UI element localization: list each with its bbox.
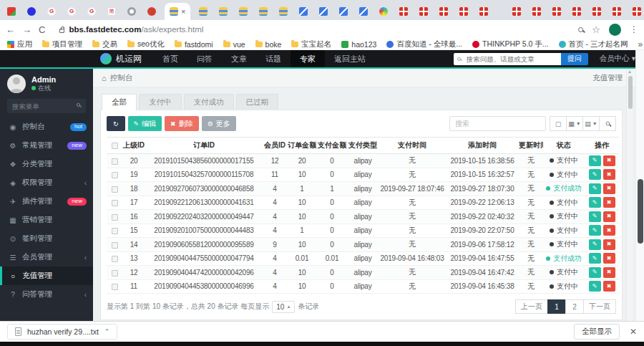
sidebar-item[interactable]: ▦营销管理: [0, 211, 93, 229]
column-header[interactable]: 会员ID: [263, 138, 287, 154]
edit-button[interactable]: ✎编辑: [128, 116, 162, 131]
bookmarks-overflow-icon[interactable]: »: [638, 39, 643, 49]
scroll-up-arrow[interactable]: ▲: [627, 69, 633, 75]
row-checkbox[interactable]: [112, 172, 118, 178]
bookmark-item[interactable]: 交易: [92, 39, 117, 49]
column-header[interactable]: 订单ID: [145, 138, 263, 154]
chevron-up-icon[interactable]: ⌃: [104, 328, 110, 335]
sidebar-item[interactable]: ?问答管理‹: [0, 285, 93, 304]
bookmark-item[interactable]: THINKPHP 5.0 手...: [472, 39, 549, 49]
row-delete-button[interactable]: ✖: [603, 183, 615, 194]
filter-tab[interactable]: 支付中: [139, 94, 182, 110]
column-header[interactable]: 操作: [585, 138, 619, 154]
table-search-input[interactable]: [449, 116, 546, 131]
page-button[interactable]: 下一页: [583, 299, 616, 314]
download-item[interactable]: huzhan verify 29....txt ⌃: [7, 324, 117, 340]
bookmark-item[interactable]: 百度知道 - 全球最...: [386, 39, 462, 49]
filter-tab[interactable]: 全部: [102, 94, 137, 110]
page-button[interactable]: 上一页: [515, 299, 548, 314]
row-checkbox[interactable]: [112, 158, 118, 165]
browser-tab[interactable]: [24, 3, 39, 20]
row-checkbox[interactable]: [112, 284, 118, 290]
column-header[interactable]: 状态: [543, 138, 585, 154]
sidebar-item[interactable]: ⊙签到管理: [0, 229, 93, 248]
row-delete-button[interactable]: ✖: [603, 155, 615, 166]
export-button[interactable]: ▤▼: [582, 116, 600, 131]
browser-tab[interactable]: [610, 3, 624, 20]
bookmark-item[interactable]: 项目管理: [42, 39, 82, 49]
browser-tab[interactable]: [550, 3, 564, 20]
row-checkbox[interactable]: [112, 256, 118, 262]
browser-tab[interactable]: ×: [165, 3, 190, 20]
browser-tab[interactable]: [396, 3, 411, 20]
row-delete-button[interactable]: ✖: [603, 239, 615, 250]
browser-tab[interactable]: [457, 3, 471, 20]
browser-tab[interactable]: 简: [104, 3, 119, 20]
admin-avatar[interactable]: [7, 75, 26, 93]
browser-tab[interactable]: [356, 3, 371, 20]
column-header[interactable]: 上级ID: [122, 138, 145, 154]
browser-tab[interactable]: [376, 3, 391, 20]
row-edit-button[interactable]: ✎: [589, 169, 601, 180]
row-edit-button[interactable]: ✎: [589, 197, 601, 208]
site-logo[interactable]: 机运网: [100, 53, 142, 65]
bookmark-item[interactable]: 宝宝起名: [291, 39, 331, 49]
member-center-menu[interactable]: 会员中心 ▾: [600, 54, 635, 64]
browser-tab[interactable]: [125, 3, 139, 20]
page-button[interactable]: 2: [565, 299, 584, 314]
browser-tab[interactable]: [196, 3, 210, 20]
refresh-table-button[interactable]: ↻: [107, 116, 125, 131]
row-delete-button[interactable]: ✖: [603, 225, 615, 236]
nav-item[interactable]: 文章: [222, 50, 256, 67]
nav-item[interactable]: 首页: [153, 50, 187, 67]
row-edit-button[interactable]: ✎: [589, 281, 601, 292]
refresh-button[interactable]: C: [39, 24, 45, 35]
row-edit-button[interactable]: ✎: [589, 225, 601, 236]
row-edit-button[interactable]: ✎: [589, 155, 601, 166]
browser-tab[interactable]: G: [84, 3, 99, 20]
browser-tab[interactable]: [336, 3, 351, 20]
browser-menu-icon[interactable]: ⋮: [630, 24, 638, 34]
sidebar-item[interactable]: ✈插件管理new: [0, 192, 93, 211]
browser-tab[interactable]: G: [44, 3, 59, 20]
browser-tab[interactable]: [590, 3, 604, 20]
sidebar-search-input[interactable]: [7, 99, 86, 113]
bookmark-item[interactable]: hao123: [341, 40, 376, 49]
ask-question-button[interactable]: 提问: [561, 53, 588, 65]
sidebar-item[interactable]: ❖分类管理: [0, 155, 93, 173]
forward-button[interactable]: →: [22, 24, 31, 35]
row-delete-button[interactable]: ✖: [603, 211, 615, 222]
row-delete-button[interactable]: ✖: [603, 169, 615, 180]
sidebar-item[interactable]: ⚙常规管理new: [0, 136, 93, 155]
browser-tab[interactable]: [436, 3, 451, 20]
column-header[interactable]: 支付类型: [347, 138, 379, 154]
row-checkbox[interactable]: [112, 270, 118, 277]
row-checkbox[interactable]: [112, 228, 118, 234]
breadcrumb[interactable]: ⌂控制台: [102, 73, 132, 83]
browser-tab[interactable]: [216, 3, 230, 20]
show-all-downloads-button[interactable]: 全部显示: [574, 324, 620, 340]
row-checkbox[interactable]: [112, 214, 118, 221]
row-edit-button[interactable]: ✎: [589, 211, 601, 222]
bookmark-item[interactable]: vue: [223, 40, 245, 49]
row-checkbox[interactable]: [112, 186, 118, 193]
row-edit-button[interactable]: ✎: [589, 239, 601, 250]
url-bar[interactable]: bbs.fastdetec.com/ask/experts.html: [52, 22, 571, 37]
bookmark-item[interactable]: 应用: [7, 39, 32, 49]
filter-tab[interactable]: 已过期: [236, 94, 279, 110]
delete-button[interactable]: ✖删除: [165, 116, 199, 131]
content-scrollbar-thumb[interactable]: [628, 76, 633, 109]
row-edit-button[interactable]: ✎: [589, 267, 601, 278]
column-header[interactable]: 支付金额: [317, 138, 347, 154]
browser-tab[interactable]: G: [64, 3, 79, 20]
browser-tab[interactable]: [236, 3, 250, 20]
row-delete-button[interactable]: ✖: [603, 253, 615, 264]
sidebar-item[interactable]: ◈权限管理‹: [0, 173, 93, 192]
browser-tab[interactable]: [296, 3, 311, 20]
browser-tab[interactable]: [4, 3, 19, 20]
toggle-view-button[interactable]: ▢: [550, 116, 567, 131]
column-header[interactable]: 支付时间: [379, 138, 446, 154]
browser-tab[interactable]: [509, 3, 524, 20]
browser-tab[interactable]: [416, 3, 431, 20]
bookmark-item[interactable]: seo优化: [127, 39, 165, 49]
